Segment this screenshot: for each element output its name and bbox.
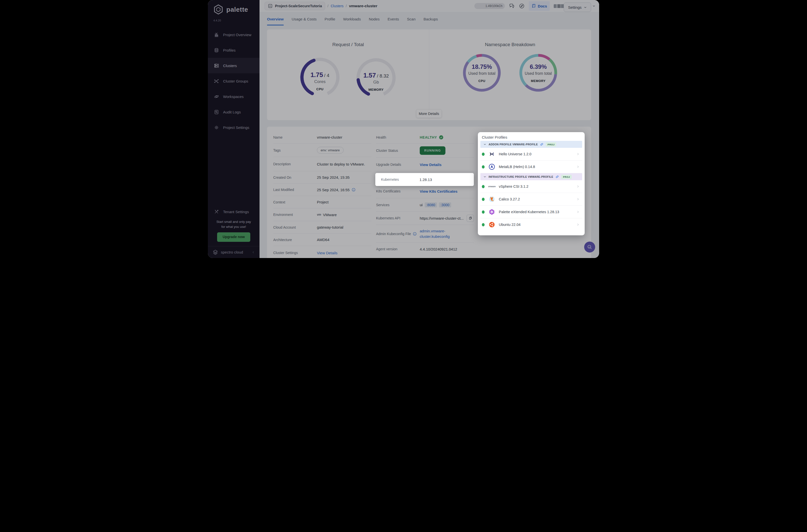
detail-label: Environment (273, 213, 317, 217)
collapse-sidebar-chevron-left-icon[interactable] (252, 250, 255, 254)
chevron-right-icon (576, 165, 580, 169)
sidebar-item-label: Profiles (223, 48, 236, 52)
vmware-icon: vmware (489, 183, 495, 190)
kubernetes-version-spotlight-row[interactable]: Kubernetes 1.28.13 (375, 173, 474, 186)
copy-icon (469, 216, 472, 220)
service-port-8080-link[interactable]: :8080 (425, 203, 437, 207)
cluster-profiles-panel: Cluster Profiles ADDON PROFILE VMWARE-PR… (478, 132, 585, 235)
sidebar-item-label: Project Overview (223, 33, 251, 37)
compass-icon[interactable] (519, 3, 525, 9)
info-icon[interactable] (352, 188, 355, 192)
pxk-icon (489, 209, 495, 215)
chat-icon[interactable] (509, 3, 515, 9)
breadcrumb-clusters-link[interactable]: Clusters (331, 4, 343, 8)
sidebar-item-tenant-settings[interactable]: Tenant Settings (208, 204, 259, 220)
layers-icon (214, 48, 219, 53)
sidebar-item-audit-logs[interactable]: Audit Logs (208, 104, 259, 120)
docs-button[interactable]: Docs (529, 1, 550, 11)
user-menu-chevron-down-icon[interactable] (592, 4, 595, 8)
detail-value: vm VMware (317, 213, 371, 217)
kubeconfig-file-link[interactable]: admin.vmware-cluster.kubeconfig (420, 228, 474, 239)
tab-usage-costs[interactable]: Usage & Costs (292, 12, 317, 26)
detail-row-services: Services ui :8080 :3000 (376, 198, 474, 212)
tab-scan[interactable]: Scan (407, 12, 416, 26)
detail-value: 25 Sep 2024, 15:35 (317, 175, 371, 179)
infrastructure-profile-section-header[interactable]: INFRASTRUCTURE PROFILE VMWARE-PROFILE PR… (480, 173, 582, 180)
running-status-badge: RUNNING (420, 146, 445, 155)
sidebar-item-label: Project Settings (223, 126, 249, 130)
network-nodes-icon (214, 78, 219, 84)
agent-version-value: 4.4.10/20240921.0412 (420, 247, 474, 251)
top-header: Project-ScaleSecureTutoria / Clusters / … (259, 0, 599, 12)
tab-backups[interactable]: Backups (423, 12, 438, 26)
usage-metrics-card: Request / Total 1.75/ 4 Cores CPU 1.57/ … (267, 30, 591, 120)
search-fab-button[interactable] (584, 242, 595, 252)
tab-profile[interactable]: Profile (325, 12, 335, 26)
info-icon[interactable] (413, 232, 417, 236)
sidebar-item-project-overview[interactable]: Project Overview (208, 27, 259, 42)
detail-row-agent-version: Agent version 4.4.10/20240921.0412 (376, 243, 474, 255)
profile-layer-metallb[interactable]: MetalLB (Helm) 0.14.8 (480, 160, 582, 173)
profile-layer-hello-universe[interactable]: Hello Universe 1.2.0 (480, 148, 582, 160)
settings-dropdown-button[interactable]: Settings (564, 2, 591, 12)
tab-workloads[interactable]: Workloads (343, 12, 361, 26)
profile-layer-name: Calico 3.27.2 (499, 197, 520, 201)
memory-total-value: / 8.32 (377, 73, 389, 78)
proj-scope-badge: PROJ (546, 142, 556, 147)
detail-label: Services (376, 203, 420, 207)
profile-layer-calico[interactable]: Calico 3.27.2 (480, 193, 582, 206)
addon-profile-section-header[interactable]: ADDON PROFILE VMWARE-PROFILE PROJ (480, 141, 582, 148)
status-dot-green (482, 185, 484, 188)
request-total-title: Request / Total (298, 42, 398, 48)
chevron-down-icon (483, 175, 487, 178)
detail-value: 25 Sep 2024, 16:55 (317, 188, 371, 192)
usage-credit-pill[interactable]: 1.49/100kCh (474, 3, 505, 9)
profile-layer-name: Ubuntu 22.04 (499, 223, 520, 227)
metallb-icon (489, 164, 495, 170)
more-details-button[interactable]: More Details (417, 110, 441, 118)
environment-value: VMware (323, 213, 337, 217)
health-status: HEALTHY (420, 135, 474, 139)
sidebar-item-clusters[interactable]: Clusters (208, 58, 259, 73)
detail-row-health: Health HEALTHY (376, 131, 474, 144)
tab-overview[interactable]: Overview (267, 12, 284, 26)
upgrade-now-button[interactable]: Upgrade now (217, 232, 250, 242)
status-dot-green (482, 210, 484, 214)
upgrade-view-details-link[interactable]: View Details (420, 163, 441, 167)
profile-layer-palette-extended-kubernetes[interactable]: Palette eXtended Kubernetes 1.28.13 (480, 206, 582, 218)
sidebar-tenant-settings-wrap: Tenant Settings (208, 204, 259, 220)
tab-nodes[interactable]: Nodes (369, 12, 380, 26)
cpu-total-value: / 4 (324, 73, 329, 78)
sidebar-item-profiles[interactable]: Profiles (208, 42, 259, 58)
copy-api-url-button[interactable] (466, 215, 474, 222)
service-name: ui (420, 203, 423, 207)
detail-label: K8s Certificates (376, 189, 420, 193)
sidebar-item-project-settings[interactable]: Project Settings (208, 120, 259, 135)
detail-label: Last Modified (273, 188, 317, 192)
sidebar-item-cluster-groups[interactable]: Cluster Groups (208, 73, 259, 89)
app-version: 4.4.20 (213, 19, 221, 22)
profile-layer-ubuntu[interactable]: Ubuntu 22.04 (480, 218, 582, 231)
gear-icon (214, 125, 219, 130)
cluster-settings-view-details-link[interactable]: View Details (317, 251, 337, 255)
service-port-3000-link[interactable]: :3000 (439, 203, 451, 207)
profile-layer-vsphere-csi[interactable]: vmware vSphere CSI 3.1.2 (480, 180, 582, 193)
sidebar-item-label: Workspaces (223, 94, 243, 99)
promo-line2: for what you use! (208, 224, 259, 229)
detail-value: Cluster to deploy to VMware. (317, 162, 371, 166)
spectro-cloud-logo-icon (212, 249, 218, 255)
chevron-right-icon (576, 223, 580, 226)
view-k8s-certificates-link[interactable]: View K8s Certificates (420, 189, 457, 193)
detail-row-environment: Environment vm VMware (273, 208, 371, 221)
logo-wordmark: palette (226, 6, 248, 14)
detail-value: Project (317, 200, 371, 204)
detail-label: Cluster Settings (273, 251, 317, 255)
detail-row-name: Name vmware-cluster (273, 131, 371, 144)
detail-row-cluster-status: Cluster Status RUNNING (376, 144, 474, 158)
memory-gauge-text: 1.57/ 8.32 Gb MEMORY (355, 72, 397, 92)
memory-donut-caption: MEMORY (518, 79, 558, 83)
tab-events[interactable]: Events (387, 12, 399, 26)
project-selector[interactable]: Project-ScaleSecureTutoria (264, 2, 325, 10)
breadcrumb-current-cluster: vmware-cluster (349, 4, 377, 8)
sidebar-item-workspaces[interactable]: Workspaces (208, 89, 259, 104)
